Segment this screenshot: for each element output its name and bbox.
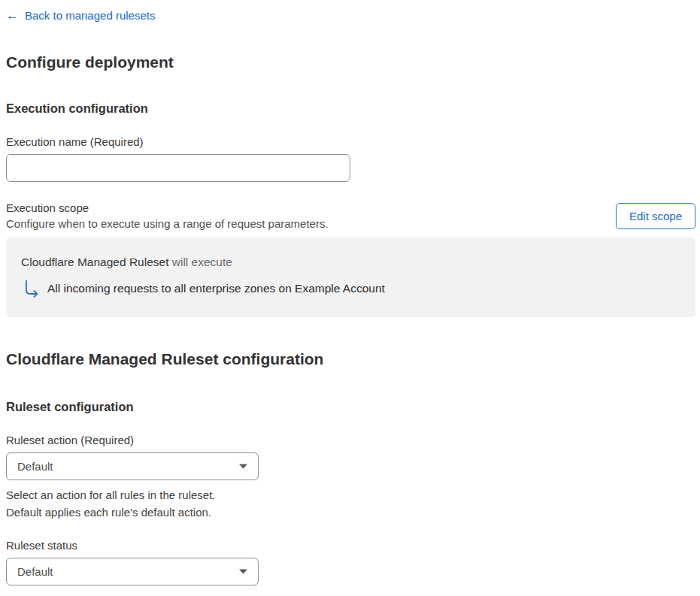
configure-deployment-page: ← Back to managed rulesets Configure dep… xyxy=(0,0,700,596)
back-link-label: Back to managed rulesets xyxy=(25,9,155,22)
ruleset-action-help-line2: Default applies each rule's default acti… xyxy=(6,504,695,521)
ruleset-action-help: Select an action for all rules in the ru… xyxy=(6,486,695,521)
ruleset-action-dropdown[interactable]: Default xyxy=(6,452,259,480)
execution-scope-row: Execution scope Configure when to execut… xyxy=(6,201,695,230)
ruleset-action-help-line1: Select an action for all rules in the ru… xyxy=(6,486,695,504)
back-arrow-icon: ← xyxy=(6,9,19,22)
scope-summary-headline: Cloudflare Managed Ruleset will execute xyxy=(21,256,680,269)
ruleset-action-value: Default xyxy=(17,460,53,473)
chevron-down-icon xyxy=(239,464,247,469)
ruleset-configuration-subheading: Ruleset configuration xyxy=(6,400,695,414)
chevron-down-icon xyxy=(239,569,247,574)
scope-summary-detail-row: All incoming requests to all enterprise … xyxy=(21,280,680,298)
ruleset-status-value: Default xyxy=(17,565,53,578)
execution-name-input[interactable] xyxy=(6,154,350,182)
ruleset-status-help: Select a status for all rules in the rul… xyxy=(6,591,695,596)
execution-scope-text: Execution scope Configure when to execut… xyxy=(6,201,329,230)
will-execute-text: will execute xyxy=(168,256,232,268)
execution-name-label: Execution name (Required) xyxy=(6,135,695,148)
ruleset-status-help-line1: Select a status for all rules in the rul… xyxy=(6,591,695,596)
back-to-managed-rulesets-link[interactable]: ← Back to managed rulesets xyxy=(6,9,155,22)
ruleset-configuration-page-heading: Cloudflare Managed Ruleset configuration xyxy=(6,350,695,368)
scope-summary-box: Cloudflare Managed Ruleset will execute … xyxy=(6,237,695,317)
edit-scope-button[interactable]: Edit scope xyxy=(616,203,695,229)
ruleset-status-label: Ruleset status xyxy=(6,539,695,552)
ruleset-action-label: Ruleset action (Required) xyxy=(6,434,695,446)
execution-scope-description: Configure when to execute using a range … xyxy=(6,217,329,230)
ruleset-name-text: Cloudflare Managed Ruleset xyxy=(21,256,168,268)
execution-configuration-heading: Execution configuration xyxy=(6,101,695,116)
ruleset-status-dropdown[interactable]: Default xyxy=(6,558,259,585)
elbow-arrow-icon xyxy=(23,280,39,298)
execution-scope-label: Execution scope xyxy=(6,201,329,214)
page-title: Configure deployment xyxy=(6,53,695,71)
scope-summary-detail-text: All incoming requests to all enterprise … xyxy=(47,282,385,295)
